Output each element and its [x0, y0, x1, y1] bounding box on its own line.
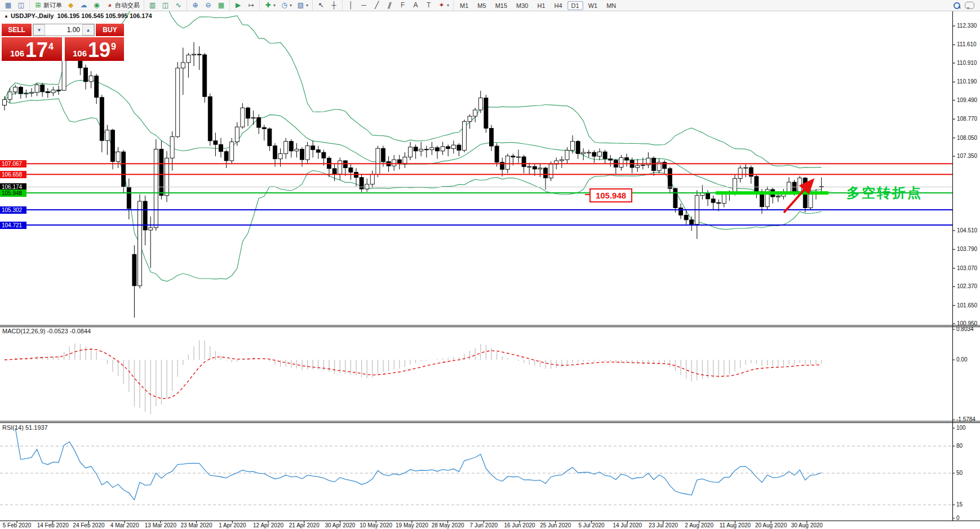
timeframe-d1[interactable]: D1	[567, 1, 583, 10]
date-tick-label[interactable]: 4 Mar 2020	[110, 522, 139, 528]
date-tick-label[interactable]: 16 Jun 2020	[504, 522, 535, 528]
date-tick-label[interactable]: 1 Apr 2020	[219, 522, 246, 528]
date-tick-label[interactable]: 2 Aug 2020	[685, 522, 713, 528]
horizontal-line-button[interactable]: ─	[358, 1, 370, 10]
toolbar-group: │─╱∥FAT✦▾	[342, 0, 453, 11]
timeframe-m1[interactable]: M1	[456, 1, 472, 10]
price-tick-label: 108.770	[957, 116, 977, 122]
sell-button[interactable]: SELL	[2, 24, 32, 36]
chevron-down-icon[interactable]: ▾	[447, 3, 449, 8]
zoom-in-button[interactable]: ⊕	[189, 1, 201, 10]
date-tick-label[interactable]: 7 Jun 2020	[470, 522, 498, 528]
panel-collapse-icon[interactable]: ▲	[4, 14, 8, 19]
chevron-down-icon[interactable]: ▾	[273, 3, 276, 8]
date-tick-label[interactable]: 21 Apr 2020	[289, 522, 320, 528]
toolbar-group: ▥◫∿	[144, 0, 187, 11]
new-order-icon: ⊞	[34, 1, 42, 10]
zoom-out-icon: ⊖	[204, 1, 212, 10]
signals-button[interactable]: ◉	[91, 1, 103, 10]
metaeditor-button[interactable]: ◆	[65, 1, 77, 10]
zoom-out-button[interactable]: ⊖	[202, 1, 214, 10]
search-icon[interactable]	[953, 2, 960, 9]
buy-button[interactable]: BUY	[96, 24, 124, 36]
date-tick-label[interactable]: 5 Feb 2020	[3, 522, 32, 528]
timeframe-m5[interactable]: M5	[473, 1, 490, 10]
symbol-label: USDJPY-,Daily	[11, 12, 54, 19]
date-tick-label[interactable]: 30 Aug 2020	[791, 522, 823, 528]
timeframe-mn[interactable]: MN	[602, 1, 620, 10]
date-tick-label[interactable]: 30 Apr 2020	[325, 522, 356, 528]
date-tick-label[interactable]: 14 Jul 2020	[613, 522, 642, 528]
date-tick-label[interactable]: 28 May 2020	[432, 522, 464, 528]
fibonacci-button[interactable]: F	[397, 1, 409, 10]
price-chart-canvas[interactable]	[0, 0, 980, 529]
toolbar-group: ⊕⊖▦	[187, 0, 229, 11]
rsi-label: RSI(14) 51.1937	[2, 424, 48, 431]
templates-button[interactable]: ▧▾	[295, 1, 310, 10]
candle-chart-button[interactable]: ◫	[159, 1, 171, 10]
volume-decrease-button[interactable]: ▼	[33, 24, 45, 36]
timeframe-w1[interactable]: W1	[584, 1, 602, 10]
chevron-down-icon[interactable]: ▾	[290, 3, 292, 8]
price-tick-label: 112.330	[957, 23, 977, 29]
autotrading-button[interactable]: ◕自动交易	[104, 1, 141, 10]
buy-price-button[interactable]: 106199	[65, 37, 124, 61]
text-label-button[interactable]: T	[423, 1, 434, 10]
arrows-button[interactable]: ✦▾	[436, 1, 451, 10]
bar-chart-button[interactable]: ▥	[147, 1, 158, 10]
auto-scroll-button[interactable]: ▶	[232, 1, 244, 10]
date-tick-label[interactable]: 23 Mar 2020	[181, 522, 212, 528]
trendline-button[interactable]: ╱	[371, 1, 383, 10]
price-badge: 106.658	[0, 171, 26, 178]
text-button[interactable]: A	[410, 1, 422, 10]
line-chart-button[interactable]: ∿	[172, 1, 184, 10]
price-tick-label: 103.790	[957, 246, 977, 252]
sell-price-button[interactable]: 106174	[2, 37, 62, 61]
volume-increase-button[interactable]: ▲	[82, 24, 94, 36]
date-tick-label[interactable]: 19 May 2020	[396, 522, 428, 528]
date-tick-label[interactable]: 11 Aug 2020	[720, 522, 751, 528]
timeframe-m15[interactable]: M15	[491, 1, 511, 10]
date-tick-label[interactable]: 20 Aug 2020	[755, 522, 787, 528]
window-grid-button[interactable]: ▦	[2, 1, 14, 10]
date-tick-label[interactable]: 25 Jun 2020	[540, 522, 571, 528]
support-band[interactable]	[716, 191, 828, 195]
tile-windows-icon: ▦	[217, 1, 225, 10]
chart-preview-icon: ◫	[17, 1, 25, 10]
date-tick-label[interactable]: 10 May 2020	[360, 522, 392, 528]
date-tick-label[interactable]: 13 Mar 2020	[145, 522, 176, 528]
rsi-tick-label: 80	[956, 443, 963, 449]
macd-values: -0.0523 -0.0844	[47, 328, 91, 334]
candle-chart-icon: ◫	[161, 1, 170, 10]
chart-shift-button[interactable]: ↦	[245, 1, 257, 10]
volume-value[interactable]: 1.00	[45, 24, 82, 36]
autotrading-icon: ◕	[105, 1, 114, 10]
date-tick-label[interactable]: 23 Jul 2020	[649, 522, 678, 528]
new-order-button[interactable]: ⊞新订单	[32, 1, 64, 10]
timeframe-h1[interactable]: H1	[533, 1, 549, 10]
price-badge: 104.721	[0, 222, 26, 229]
date-tick-label[interactable]: 12 Apr 2020	[253, 522, 283, 528]
crosshair-button[interactable]: ┼	[328, 1, 340, 10]
rsi-tick-label: 0	[956, 515, 960, 521]
periods-button[interactable]: ◷▾	[278, 1, 294, 10]
tile-windows-button[interactable]: ▦	[215, 1, 227, 10]
chart-preview-button[interactable]: ◫	[15, 1, 27, 10]
vertical-line-button[interactable]: │	[345, 1, 357, 10]
crosshair-icon: ┼	[330, 1, 338, 10]
macd-label: MACD(12,26,9) -0.0523 -0.0844	[2, 328, 91, 334]
turning-point-annotation[interactable]: 多空转折点	[846, 184, 923, 202]
rsi-value: 51.1937	[25, 424, 48, 431]
date-tick-label[interactable]: 14 Feb 2020	[37, 522, 69, 528]
cursor-button[interactable]: ↖	[315, 1, 327, 10]
timeframe-m30[interactable]: M30	[512, 1, 532, 10]
community-button[interactable]: ☁	[78, 1, 90, 10]
price-level-note[interactable]: 105.948	[589, 188, 632, 202]
date-tick-label[interactable]: 5 Jul 2020	[578, 522, 604, 528]
chevron-down-icon[interactable]: ▾	[306, 3, 308, 8]
date-tick-label[interactable]: 24 Feb 2020	[73, 522, 104, 528]
timeframe-h4[interactable]: H4	[551, 1, 566, 10]
chat-icon[interactable]	[965, 2, 974, 9]
channel-button[interactable]: ∥	[384, 1, 396, 10]
indicators-button[interactable]: ✚▾	[262, 1, 277, 10]
